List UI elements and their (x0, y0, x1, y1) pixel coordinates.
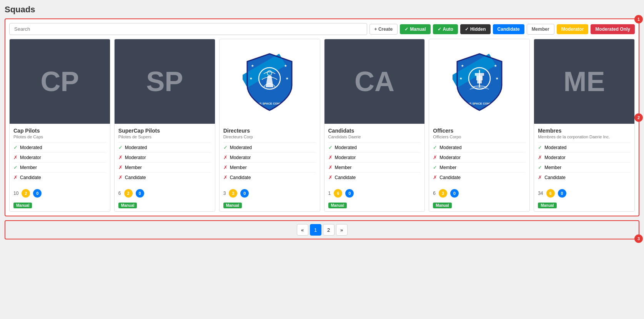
candidate-prop: ✗ Candidate (13, 173, 106, 182)
page-1-button[interactable]: 1 (310, 224, 321, 236)
orange-count: 3 (229, 189, 237, 198)
page-2-button[interactable]: 2 (323, 224, 334, 236)
blue-count: 0 (450, 189, 459, 198)
member-filter-button[interactable]: Member (527, 24, 554, 35)
main-count: 34 (538, 191, 543, 196)
svg-text:★: ★ (461, 64, 464, 68)
card-title: SuperCap Pilots (118, 128, 211, 134)
moderator-filter-button[interactable]: Moderator (557, 24, 589, 34)
svg-text:★: ★ (251, 64, 254, 68)
orange-count: 2 (22, 189, 30, 198)
auto-filter-button[interactable]: ✓ Auto (433, 24, 458, 34)
card-image: ★ ★ ★ ★ DAERIE SPACE COMMAND (429, 39, 529, 124)
card-image: ME (534, 39, 634, 124)
svg-text:★: ★ (496, 77, 499, 80)
main-count: 1 (328, 191, 331, 196)
next-page-button[interactable]: » (336, 224, 348, 236)
member-prop: ✗ Member (328, 163, 421, 173)
candidate-filter-button[interactable]: Candidate (493, 24, 524, 34)
manual-filter-button[interactable]: ✓ Manual (400, 24, 430, 34)
moderated-prop: ✓ Moderated (328, 143, 421, 153)
card-title: Membres (538, 128, 631, 134)
moderator-prop: ✗ Moderator (538, 153, 631, 163)
squad-card[interactable]: ME Membres Membres de la corporation Dae… (534, 39, 635, 212)
check-icon: ✓ (438, 27, 441, 32)
blue-count: 0 (136, 189, 144, 198)
card-subtitle: Pilotes de Caps (13, 135, 106, 139)
card-title: Directeurs (223, 128, 316, 134)
blue-count: 0 (33, 189, 42, 198)
candidate-prop: ✗ Candidate (118, 173, 211, 182)
create-button[interactable]: + Create (369, 24, 398, 35)
moderated-prop: ✓ Moderated (538, 143, 631, 153)
manual-tag: Manual (223, 203, 242, 208)
svg-text:★: ★ (250, 77, 253, 80)
member-prop: ✗ Member (118, 163, 211, 173)
badge-2: 2 (634, 113, 643, 122)
toolbar: + Create ✓ Manual ✓ Auto ✓ Hidden Candid… (9, 23, 635, 35)
orange-count: 6 (334, 189, 342, 198)
main-count: 6 (433, 191, 436, 196)
badge-3: 3 (634, 234, 643, 243)
card-title: Candidats (328, 128, 421, 134)
search-input[interactable] (9, 23, 367, 35)
member-prop: ✓ Member (433, 163, 526, 173)
card-image: SP (115, 39, 215, 124)
card-subtitle: Directeurs Corp (223, 135, 316, 139)
orange-count: 6 (546, 189, 555, 198)
moderated-prop: ✓ Moderated (223, 143, 316, 153)
candidate-prop: ✗ Candidate (328, 173, 421, 182)
moderator-prop: ✗ Moderator (13, 153, 106, 163)
pagination-container: 3 « 1 2 » (5, 220, 639, 239)
member-prop: ✗ Member (223, 163, 316, 173)
squad-card[interactable]: ★ ★ ★ ★ DAERIE SPACE COMMAND Directeurs … (219, 39, 320, 212)
main-container: 1 2 + Create ✓ Manual ✓ Auto ✓ Hidden Ca… (5, 18, 639, 216)
squad-card[interactable]: SP SuperCap Pilots Pilotes de Supers ✓ M… (114, 39, 215, 212)
main-count: 3 (223, 191, 226, 196)
moderated-prop: ✓ Moderated (118, 143, 211, 153)
candidate-prop: ✗ Candidate (433, 173, 526, 182)
main-count: 6 (118, 191, 121, 196)
moderated-prop: ✓ Moderated (13, 143, 106, 153)
card-subtitle: Candidats Daerie (328, 135, 421, 139)
squad-card[interactable]: CP Cap Pilots Pilotes de Caps ✓ Moderate… (9, 39, 110, 212)
member-prop: ✓ Member (538, 163, 631, 173)
moderator-prop: ✗ Moderator (433, 153, 526, 163)
blue-count: 0 (345, 189, 354, 198)
manual-tag: Manual (328, 203, 347, 208)
card-subtitle: Membres de la corporation Daerie Inc. (538, 135, 631, 139)
pagination: « 1 2 » (297, 224, 348, 236)
moderated-prop: ✓ Moderated (433, 143, 526, 153)
svg-text:★: ★ (494, 64, 497, 68)
card-subtitle: Officiers Corpo (433, 135, 526, 139)
moderator-prop: ✗ Moderator (328, 153, 421, 163)
card-title: Cap Pilots (13, 128, 106, 134)
moderated-only-filter-button[interactable]: Moderated Only (591, 24, 635, 34)
card-title: Officers (433, 128, 526, 134)
svg-text:★: ★ (459, 77, 463, 80)
squad-card[interactable]: ★ ★ ★ ★ DAERIE SPACE COMMAND Officers Of… (429, 39, 530, 212)
svg-text:★: ★ (286, 77, 289, 80)
manual-tag: Manual (13, 203, 32, 208)
svg-rect-10 (476, 76, 483, 80)
moderator-prop: ✗ Moderator (223, 153, 316, 163)
card-subtitle: Pilotes de Supers (118, 135, 211, 139)
page-title: Squads (5, 5, 639, 15)
blue-count: 0 (240, 189, 249, 198)
member-prop: ✓ Member (13, 163, 106, 173)
svg-text:★: ★ (284, 64, 287, 68)
candidate-prop: ✗ Candidate (223, 173, 316, 182)
prev-page-button[interactable]: « (297, 224, 308, 236)
squad-card[interactable]: CA Candidats Candidats Daerie ✓ Moderate… (324, 39, 425, 212)
cards-grid: CP Cap Pilots Pilotes de Caps ✓ Moderate… (9, 39, 635, 212)
card-image: CA (324, 39, 425, 124)
manual-tag: Manual (538, 203, 556, 208)
hidden-filter-button[interactable]: ✓ Hidden (460, 24, 491, 34)
candidate-prop: ✗ Candidate (538, 173, 631, 182)
blue-count: 0 (558, 189, 566, 198)
orange-count: 2 (124, 189, 133, 198)
card-image: CP (10, 39, 110, 124)
moderator-prop: ✗ Moderator (118, 153, 211, 163)
main-count: 10 (13, 191, 18, 196)
orange-count: 3 (439, 189, 447, 198)
